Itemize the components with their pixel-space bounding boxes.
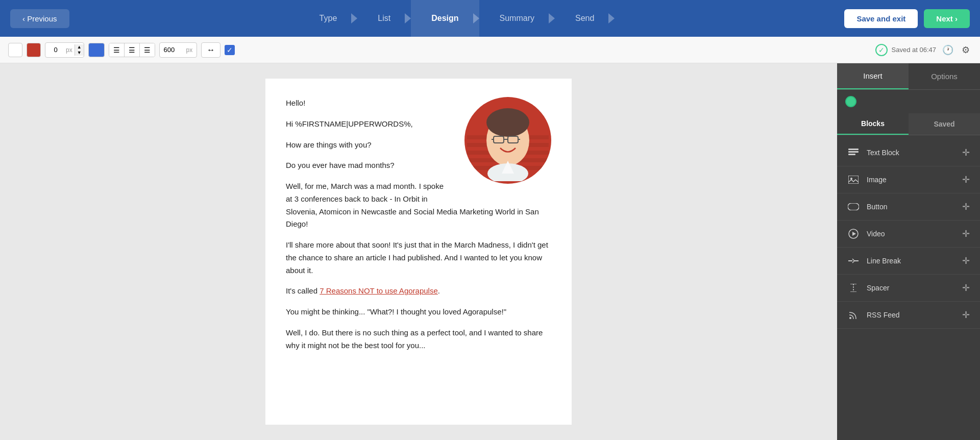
spacer-block-icon (847, 282, 860, 294)
svg-rect-20 (848, 203, 859, 210)
nav-step-summary[interactable]: Summary (479, 0, 555, 37)
saved-status: ✓ Saved at 06:47 🕐 ⚙ (875, 42, 972, 58)
padding-px-label: px (66, 46, 75, 54)
rss-block-add-icon[interactable]: ✛ (962, 309, 970, 321)
avatar-container (464, 97, 551, 184)
options-tab[interactable]: Options (909, 63, 980, 89)
text-block-label: Text Block (867, 149, 962, 157)
previous-button[interactable]: ‹ Previous (10, 9, 69, 28)
nav-right: Save and exit Next › (844, 9, 970, 28)
block-item-text[interactable]: Text Block ✛ (837, 139, 980, 166)
svg-marker-22 (852, 232, 856, 236)
padding-up[interactable]: ▲ (75, 44, 84, 50)
rss-block-icon (847, 309, 860, 321)
padding-value-field[interactable] (45, 46, 66, 54)
video-block-label: Video (867, 230, 962, 238)
blocks-list: Text Block ✛ Image ✛ Button ✛ (837, 135, 980, 440)
right-panel: Insert Options Blocks Saved Text Block ✛ (837, 63, 980, 440)
background-color-swatch[interactable] (8, 43, 22, 57)
nav-step-send[interactable]: Send (555, 0, 615, 37)
save-exit-button[interactable]: Save and exit (844, 9, 918, 28)
panel-tabs: Insert Options (837, 63, 980, 90)
padding-down[interactable]: ▼ (75, 50, 84, 56)
nav-step-type[interactable]: Type (299, 0, 358, 37)
saved-check-icon: ✓ (875, 44, 888, 56)
button-block-add-icon[interactable]: ✛ (962, 201, 970, 212)
block-item-video[interactable]: Video ✛ (837, 221, 980, 248)
block-item-rss[interactable]: RSS Feed ✛ (837, 302, 980, 329)
expand-width-button[interactable]: ↔ (201, 42, 220, 58)
saved-text: Saved at 06:47 (892, 46, 936, 54)
responsive-checkbox[interactable]: ✓ (225, 45, 235, 55)
align-right-button[interactable]: ☰ (140, 43, 155, 57)
video-block-add-icon[interactable]: ✛ (962, 228, 970, 239)
email-content: Hello! Hi %FIRSTNAME|UPPERWORDS%, How ar… (265, 79, 572, 425)
width-input-container: px (159, 42, 198, 58)
line-break-add-icon[interactable]: ✛ (962, 255, 970, 266)
color-swatch-2[interactable] (88, 43, 105, 57)
main-layout: Hello! Hi %FIRSTNAME|UPPERWORDS%, How ar… (0, 63, 980, 440)
nav-step-list[interactable]: List (357, 0, 411, 37)
padding-spinners[interactable]: ▲ ▼ (75, 44, 84, 56)
email-well: Well, I do. But there is no such thing a… (286, 327, 551, 352)
svg-rect-16 (848, 151, 859, 153)
text-block-icon (847, 146, 860, 159)
email-article: It's called 7 Reasons NOT to use Agorapu… (286, 285, 551, 298)
image-block-icon (847, 174, 860, 186)
svg-point-7 (486, 108, 529, 137)
text-block-add-icon[interactable]: ✛ (962, 147, 970, 158)
insert-tab[interactable]: Insert (837, 63, 909, 89)
blocks-subtabs: Blocks Saved (837, 113, 980, 135)
toolbar: px ▲ ▼ ☰ ☰ ☰ px ↔ ✓ ✓ Saved at 06:47 🕐 ⚙ (0, 37, 980, 63)
blocks-subtab[interactable]: Blocks (837, 113, 909, 135)
email-conference: Well, for me, March was a mad month. I s… (286, 180, 551, 231)
email-editor[interactable]: Hello! Hi %FIRSTNAME|UPPERWORDS%, How ar… (0, 63, 837, 440)
line-break-icon (847, 255, 860, 267)
email-thinking: You might be thinking... "What?! I thoug… (286, 306, 551, 319)
panel-search-row (837, 90, 980, 113)
settings-button[interactable]: ⚙ (960, 42, 972, 58)
width-px-label: px (186, 46, 193, 54)
padding-input[interactable]: px ▲ ▼ (45, 42, 84, 58)
top-nav: ‹ Previous Type List Design Summary Send… (0, 0, 980, 37)
image-block-add-icon[interactable]: ✛ (962, 174, 970, 185)
block-item-linebreak[interactable]: Line Break ✛ (837, 248, 980, 275)
width-value-field[interactable] (164, 46, 184, 54)
article-link[interactable]: 7 Reasons NOT to use Agorapulse (320, 286, 438, 295)
spacer-block-add-icon[interactable]: ✛ (962, 282, 970, 294)
svg-rect-15 (848, 149, 859, 150)
alignment-group: ☰ ☰ ☰ (109, 43, 155, 57)
video-block-icon (847, 228, 860, 240)
next-button[interactable]: Next › (924, 9, 970, 28)
button-block-label: Button (867, 203, 962, 211)
align-left-button[interactable]: ☰ (109, 43, 125, 57)
svg-point-28 (849, 317, 851, 319)
block-item-button[interactable]: Button ✛ (837, 193, 980, 221)
nav-steps: Type List Design Summary Send (78, 0, 837, 37)
text-color-swatch[interactable] (27, 43, 41, 57)
person-avatar (467, 100, 549, 181)
saved-subtab[interactable]: Saved (909, 113, 980, 135)
image-block-label: Image (867, 176, 962, 184)
green-dot-indicator (845, 96, 856, 107)
align-center-button[interactable]: ☰ (125, 43, 140, 57)
nav-step-design[interactable]: Design (411, 0, 479, 37)
button-block-icon (847, 201, 860, 213)
block-item-image[interactable]: Image ✛ (837, 166, 980, 193)
history-button[interactable]: 🕐 (940, 42, 955, 58)
rss-block-label: RSS Feed (867, 311, 962, 319)
block-item-spacer[interactable]: Spacer ✛ (837, 275, 980, 302)
svg-rect-18 (848, 176, 859, 184)
email-share: I'll share more about that soon! It's ju… (286, 239, 551, 277)
svg-rect-17 (848, 154, 855, 155)
line-break-label: Line Break (867, 257, 962, 265)
spacer-block-label: Spacer (867, 284, 962, 292)
